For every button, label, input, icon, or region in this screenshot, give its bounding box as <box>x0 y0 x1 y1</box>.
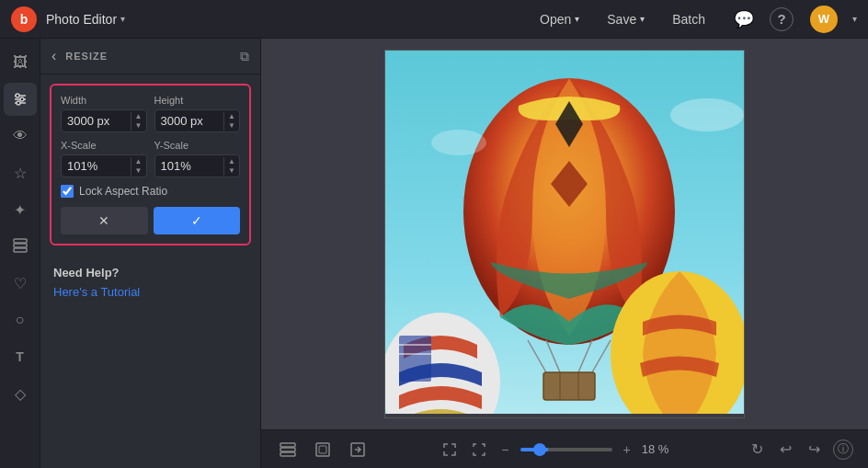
width-spinners: ▲ ▼ <box>131 112 146 131</box>
height-down-button[interactable]: ▼ <box>224 121 239 131</box>
apply-button[interactable]: ✓ <box>154 207 241 234</box>
cancel-button[interactable]: ✕ <box>61 207 148 234</box>
height-input[interactable] <box>155 110 224 131</box>
svg-rect-7 <box>14 244 27 247</box>
sidebar-title: RESIZE <box>65 51 231 62</box>
width-down-button[interactable]: ▼ <box>131 121 146 131</box>
frames-bottom-button[interactable] <box>311 438 335 462</box>
topbar-nav: Open ▾ Save ▾ Batch <box>529 8 716 30</box>
xscale-down-button[interactable]: ▼ <box>131 166 146 176</box>
width-input-wrap: ▲ ▼ <box>61 109 147 132</box>
zoom-slider[interactable] <box>520 448 612 451</box>
lock-aspect-row: Lock Aspect Ratio <box>61 185 240 198</box>
avatar-chevron-icon[interactable]: ▾ <box>852 14 857 24</box>
bottombar-left <box>276 438 370 462</box>
avatar[interactable]: W <box>810 6 838 33</box>
width-field: Width ▲ ▼ <box>61 95 147 132</box>
redo-button[interactable]: ↪ <box>805 437 824 462</box>
app-title-chevron[interactable]: ▾ <box>120 14 125 24</box>
bottombar-center: − + 18 % <box>439 439 678 461</box>
height-label: Height <box>154 95 241 106</box>
resize-dimensions-row: Width ▲ ▼ Height ▲ <box>61 95 240 132</box>
xscale-spinners: ▲ ▼ <box>131 157 146 176</box>
xscale-field: X-Scale ▲ ▼ <box>61 140 147 177</box>
open-button[interactable]: Open ▾ <box>529 8 590 30</box>
help-title: Need Help? <box>53 266 247 280</box>
sidebar-back-button[interactable]: ‹ <box>50 46 58 66</box>
height-input-wrap: ▲ ▼ <box>154 109 241 132</box>
height-spinners: ▲ ▼ <box>223 112 239 131</box>
zoom-value: 18 % <box>642 442 679 456</box>
help-link[interactable]: Here's a Tutorial <box>53 285 140 299</box>
help-icon-button[interactable]: ? <box>770 7 794 31</box>
yscale-spinners: ▲ ▼ <box>223 157 239 176</box>
svg-point-5 <box>17 101 20 105</box>
yscale-down-button[interactable]: ▼ <box>224 166 239 176</box>
zoom-out-button[interactable]: − <box>497 439 512 461</box>
yscale-up-button[interactable]: ▲ <box>224 157 239 166</box>
eraser-icon-button[interactable]: ◇ <box>4 377 37 410</box>
canvas-area: − + 18 % ↻ ↩ ↪ ⓘ <box>261 39 868 468</box>
height-up-button[interactable]: ▲ <box>224 112 239 121</box>
help-section: Need Help? Here's a Tutorial <box>40 255 260 311</box>
actual-size-button[interactable] <box>468 439 490 461</box>
svg-rect-8 <box>14 239 27 243</box>
batch-button[interactable]: Batch <box>661 8 716 30</box>
export-bottom-button[interactable] <box>346 438 370 462</box>
resize-scale-row: X-Scale ▲ ▼ Y-Scale ▲ <box>61 140 240 177</box>
shapes-icon-button[interactable]: ○ <box>4 303 37 337</box>
svg-rect-30 <box>280 452 295 456</box>
sidebar: ‹ RESIZE ⧉ Width ▲ ▼ H <box>40 39 261 468</box>
photo-container <box>384 50 745 418</box>
yscale-input[interactable] <box>155 155 224 177</box>
width-input[interactable] <box>62 110 131 131</box>
yscale-label: Y-Scale <box>154 140 241 151</box>
yscale-field: Y-Scale ▲ ▼ <box>154 140 241 177</box>
favorites-icon-button[interactable]: ☆ <box>4 156 37 189</box>
undo-button[interactable]: ↩ <box>776 437 795 462</box>
save-chevron-icon: ▾ <box>640 14 645 24</box>
adjust-icon-button[interactable] <box>4 83 37 116</box>
open-chevron-icon: ▾ <box>575 14 579 24</box>
svg-rect-6 <box>14 248 27 252</box>
app-logo: b <box>11 6 37 32</box>
photo-canvas <box>385 51 744 414</box>
xscale-input[interactable] <box>62 155 131 177</box>
svg-point-29 <box>431 130 486 155</box>
iconbar: 🖼 👁 ☆ ✦ ♡ ○ T ◇ <box>0 39 40 468</box>
svg-rect-33 <box>316 443 329 456</box>
image-icon-button[interactable]: 🖼 <box>4 46 37 79</box>
sidebar-expand-button[interactable]: ⧉ <box>238 47 251 66</box>
lock-aspect-checkbox[interactable] <box>61 185 74 198</box>
fit-button[interactable] <box>439 439 461 461</box>
effects-icon-button[interactable]: ✦ <box>4 193 37 226</box>
rotate-button[interactable]: ↻ <box>748 437 767 462</box>
height-field: Height ▲ ▼ <box>154 95 241 132</box>
topbar: b Photo Editor ▾ Open ▾ Save ▾ Batch 💬 ?… <box>0 0 868 39</box>
svg-rect-31 <box>280 448 295 451</box>
width-label: Width <box>61 95 147 106</box>
bottombar-right: ↻ ↩ ↪ ⓘ <box>748 437 853 462</box>
svg-point-28 <box>670 98 744 131</box>
info-button[interactable]: ⓘ <box>833 439 853 460</box>
bottombar: − + 18 % ↻ ↩ ↪ ⓘ <box>261 429 868 468</box>
app-title: Photo Editor <box>46 12 117 27</box>
main-area: 🖼 👁 ☆ ✦ ♡ ○ T ◇ ‹ <box>0 39 868 468</box>
text-icon-button[interactable]: T <box>4 340 37 373</box>
layers-bottom-button[interactable] <box>276 438 300 462</box>
xscale-up-button[interactable]: ▲ <box>131 157 146 166</box>
heart-icon-button[interactable]: ♡ <box>4 267 37 300</box>
zoom-in-button[interactable]: + <box>620 439 634 461</box>
resize-panel: Width ▲ ▼ Height ▲ <box>50 84 251 245</box>
svg-rect-17 <box>543 372 595 400</box>
chat-icon-button[interactable]: 💬 <box>731 6 757 32</box>
svg-rect-25 <box>399 336 431 382</box>
width-up-button[interactable]: ▲ <box>131 112 146 121</box>
svg-rect-32 <box>280 443 295 447</box>
canvas-content[interactable] <box>261 39 868 429</box>
layers-icon-button[interactable] <box>4 230 37 263</box>
svg-rect-34 <box>319 446 326 453</box>
save-button[interactable]: Save ▾ <box>596 8 656 30</box>
topbar-icons: 💬 ? W ▾ <box>731 6 857 33</box>
view-icon-button[interactable]: 👁 <box>4 120 37 153</box>
